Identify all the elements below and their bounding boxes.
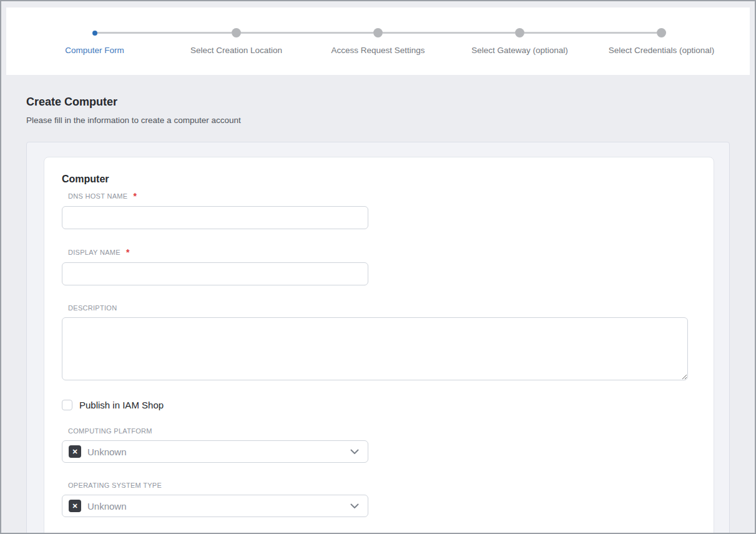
step-track	[307, 27, 449, 38]
field-label-row: OPERATING SYSTEM TYPE	[68, 482, 696, 489]
step-dot-active	[92, 31, 97, 36]
field-label-row: COMPUTING PLATFORM	[68, 427, 696, 435]
step-connector	[241, 32, 307, 34]
field-label-row: DISPLAY NAME *	[68, 248, 696, 257]
field-label-row: DNS HOST NAME *	[68, 192, 696, 200]
field-label-row: DESCRIPTION	[68, 304, 696, 312]
app-window: Computer Form Select Creation Location A…	[0, 0, 756, 534]
operating-system-type-value: Unknown	[87, 501, 350, 512]
page-content: Create Computer Please fill in the infor…	[1, 75, 755, 534]
dns-host-name-input[interactable]	[62, 206, 368, 229]
description-input[interactable]	[62, 317, 688, 380]
operating-system-type-label: OPERATING SYSTEM TYPE	[68, 482, 162, 489]
step-connector	[307, 32, 373, 34]
step-connector	[97, 32, 166, 34]
wizard-stepper: Computer Form Select Creation Location A…	[6, 7, 750, 55]
form-panel: Computer DNS HOST NAME * DISPLAY NAME *	[26, 142, 730, 534]
wizard-header: Computer Form Select Creation Location A…	[6, 7, 750, 75]
step-select-gateway[interactable]: Select Gateway (optional)	[449, 27, 591, 55]
description-label: DESCRIPTION	[68, 304, 117, 312]
section-title: Computer	[62, 174, 696, 185]
clear-selection-icon[interactable]: ✕	[69, 445, 81, 458]
step-track	[165, 27, 307, 38]
step-connector	[165, 32, 232, 34]
step-connector	[449, 32, 515, 34]
chevron-down-icon[interactable]	[350, 503, 359, 509]
computing-platform-field: COMPUTING PLATFORM ✕ Unknown	[62, 427, 696, 463]
computing-platform-select[interactable]: ✕ Unknown	[62, 440, 368, 463]
required-asterisk: *	[133, 192, 136, 200]
step-computer-form[interactable]: Computer Form	[24, 27, 165, 55]
publish-iam-shop-label: Publish in IAM Shop	[79, 400, 164, 410]
display-name-label: DISPLAY NAME	[68, 249, 120, 256]
chevron-down-icon[interactable]	[350, 449, 359, 455]
page-subtitle: Please fill in the information to create…	[26, 116, 730, 125]
operating-system-type-select[interactable]: ✕ Unknown	[62, 495, 368, 517]
display-name-field: DISPLAY NAME *	[62, 248, 696, 285]
step-label: Select Creation Location	[165, 46, 307, 55]
step-label: Access Request Settings	[307, 46, 449, 55]
step-dot	[232, 28, 241, 37]
step-connector	[383, 32, 449, 34]
publish-iam-shop-row: Publish in IAM Shop	[62, 400, 696, 410]
computer-form-card: Computer DNS HOST NAME * DISPLAY NAME *	[44, 157, 714, 534]
step-connector	[591, 32, 657, 34]
step-select-credentials[interactable]: Select Credentials (optional)	[591, 27, 732, 55]
publish-iam-shop-checkbox[interactable]	[62, 400, 72, 410]
step-label: Computer Form	[24, 46, 165, 55]
step-access-request-settings[interactable]: Access Request Settings	[307, 27, 449, 55]
step-select-creation-location[interactable]: Select Creation Location	[165, 27, 307, 55]
computing-platform-label: COMPUTING PLATFORM	[68, 427, 152, 435]
step-connector	[524, 32, 591, 34]
clear-selection-icon[interactable]: ✕	[69, 500, 81, 512]
step-dot	[515, 28, 524, 37]
step-label: Select Gateway (optional)	[449, 46, 591, 55]
operating-system-type-field: OPERATING SYSTEM TYPE ✕ Unknown	[62, 482, 696, 517]
required-asterisk: *	[126, 248, 129, 257]
computing-platform-value: Unknown	[87, 447, 350, 457]
dns-host-name-label: DNS HOST NAME	[68, 192, 127, 200]
display-name-input[interactable]	[62, 262, 368, 285]
step-label: Select Credentials (optional)	[591, 46, 732, 55]
page-title: Create Computer	[26, 96, 730, 109]
description-field: DESCRIPTION	[62, 304, 696, 383]
step-track	[449, 27, 591, 38]
step-dot	[657, 28, 666, 37]
step-track	[24, 27, 165, 38]
step-track	[591, 27, 732, 38]
step-dot	[373, 28, 383, 37]
dns-host-name-field: DNS HOST NAME *	[62, 192, 696, 229]
